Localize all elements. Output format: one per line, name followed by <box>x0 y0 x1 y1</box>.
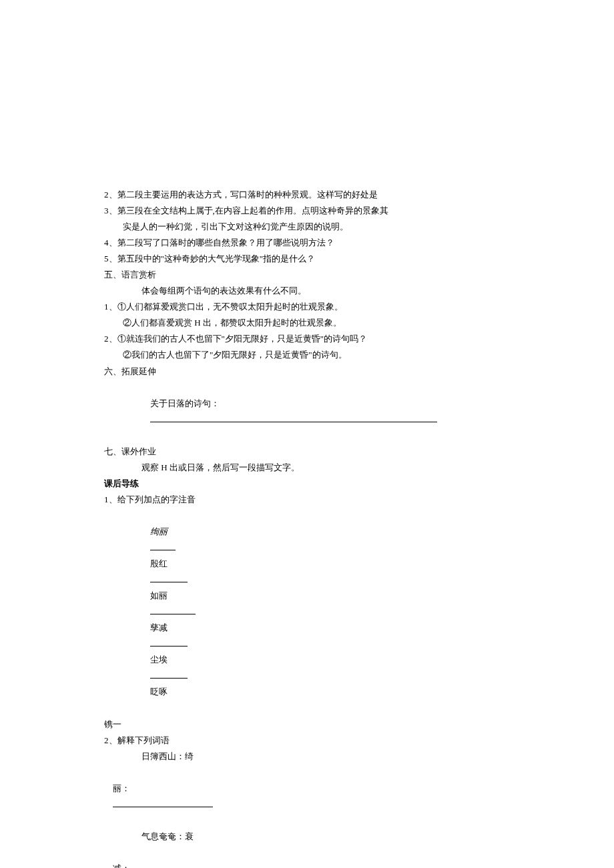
item-3-line2: 实是人的一种幻觉，引出下文对这种幻觉产生原因的说明。 <box>104 219 523 235</box>
blank-5[interactable] <box>150 670 188 679</box>
s5-q1-a: 1、①人们都算爱观赏口出，无不赞叹太阳升起时的壮观景象。 <box>104 299 523 315</box>
stray-text-1: 镌一 <box>104 717 523 733</box>
item-3-line1: 3、第三段在全文结构上属于,在内容上起着的作用。点明这种奇异的景象其 <box>104 203 523 219</box>
section-5-heading: 五、语言赏析 <box>104 267 523 283</box>
blank-def-1[interactable] <box>113 798 213 807</box>
q1-word-2a: 殷 <box>150 558 159 568</box>
section-6-label: 关于日落的诗句： <box>150 398 220 408</box>
blank-4[interactable] <box>150 638 188 646</box>
q2-def-2-label: 减： <box>113 863 130 868</box>
q2-def-1-label: 丽： <box>113 783 130 793</box>
blank-3[interactable] <box>150 606 196 614</box>
q2: 2、解释下列词语 <box>104 733 523 749</box>
q1-word-4: 孳减 <box>150 622 168 632</box>
q1: 1、给下列加点的字注音 <box>104 492 523 508</box>
section-7-text: 观察 H 出或日落，然后写一段描写文字。 <box>104 460 523 476</box>
q1-word-1: 绚丽 <box>150 526 168 536</box>
item-2: 2、第二段主要运用的表达方式，写口落时的种种景观。这样写的好处是 <box>104 187 523 203</box>
s5-q2-a: 2、①就连我们的古人不也留下"夕阳无限好，只是近黄昏"的诗句吗？ <box>104 331 523 347</box>
s5-q1-b: ②人们都喜爱观赏 H 出，都赞叹太阳升起时的壮观景象。 <box>104 315 523 331</box>
item-5: 5、第五段中的"这种奇妙的大气光学现象"指的是什么？ <box>104 251 523 267</box>
section-6-text: 关于日落的诗句： <box>104 380 523 444</box>
blank-2[interactable] <box>150 574 188 582</box>
section-5-text: 体会每组两个语句的表达效果有什么不同。 <box>104 283 523 299</box>
section-6-heading: 六、拓展延伸 <box>104 364 523 380</box>
q2-def-2: 减： <box>104 845 523 868</box>
blank-1[interactable] <box>150 542 176 550</box>
q1-blanks-row: 绚丽 殷红 如丽 孳减 尘埃 眨啄 <box>104 508 523 717</box>
document-page: 2、第二段主要运用的表达方式，写口落时的种种景观。这样写的好处是 3、第三段在全… <box>0 0 614 868</box>
q2-def-1: 丽： <box>104 765 523 829</box>
section-7-heading: 七、课外作业 <box>104 444 523 460</box>
q2-term-1: 日簿西山：绮 <box>104 749 523 765</box>
q1-word-5: 尘埃 <box>150 655 168 665</box>
s5-q2-b: ②我们的古人也留下了"夕阳无限好，只是近黄昏"的诗句。 <box>104 347 523 363</box>
after-class-heading: 课后导练 <box>104 476 523 492</box>
q1-word-6: 眨啄 <box>150 687 168 697</box>
item-4: 4、第二段写了口落时的哪些自然景象？用了哪些说明方法？ <box>104 235 523 251</box>
q1-word-2b: 红 <box>159 558 168 568</box>
q2-term-2: 气息奄奄：衰 <box>104 829 523 845</box>
q1-word-3: 如丽 <box>150 590 168 600</box>
blank-poem-line[interactable] <box>150 413 437 422</box>
